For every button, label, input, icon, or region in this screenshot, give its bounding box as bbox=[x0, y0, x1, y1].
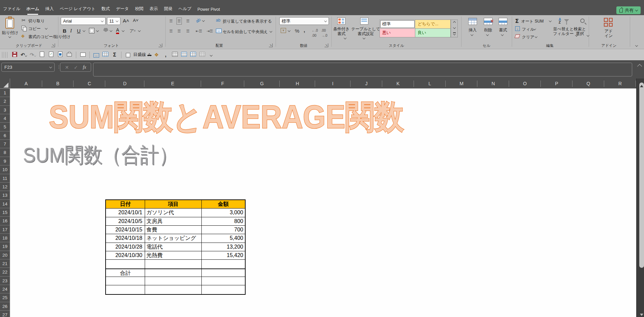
fill-button[interactable]: フィル bbox=[522, 27, 534, 32]
gallery-scroll[interactable] bbox=[451, 20, 458, 37]
delete-cells-button[interactable]: 削除 bbox=[482, 27, 495, 33]
borders-grid-icon[interactable] bbox=[101, 52, 110, 58]
table-date-cell[interactable]: 2024/10/18 bbox=[106, 234, 145, 243]
number-format-combobox[interactable]: 標準 bbox=[279, 17, 329, 25]
insert-cells-button[interactable]: 挿入 bbox=[466, 27, 479, 33]
table-empty-cell[interactable] bbox=[202, 285, 245, 294]
scroll-down-icon[interactable] bbox=[640, 314, 643, 316]
orientation-dropdown-icon[interactable] bbox=[202, 19, 205, 22]
row-header-21[interactable]: 21 bbox=[0, 259, 10, 268]
row-header-4[interactable]: 4 bbox=[0, 114, 10, 123]
decrease-font-icon[interactable]: A˅ bbox=[133, 18, 138, 23]
row-header-19[interactable]: 19 bbox=[0, 242, 10, 251]
table-empty-cell[interactable] bbox=[106, 285, 145, 294]
undo-icon[interactable]: ↶ bbox=[19, 52, 28, 58]
table-item-cell[interactable]: ネットショッピング bbox=[145, 234, 202, 243]
phonetic-icon[interactable]: ア≡ bbox=[130, 28, 136, 34]
fill-color-dropdown-icon[interactable] bbox=[110, 29, 112, 32]
column-header-E[interactable]: E bbox=[144, 78, 201, 89]
gallery-down-icon[interactable] bbox=[453, 26, 455, 29]
row-header-23[interactable]: 23 bbox=[0, 277, 10, 285]
row-header-7[interactable]: 7 bbox=[0, 140, 10, 148]
table-date-cell[interactable]: 2024/10/5 bbox=[106, 217, 145, 226]
wrap-text-icon[interactable]: ab bbox=[216, 18, 220, 23]
cell-style-1[interactable]: どちらで... bbox=[415, 20, 450, 28]
vertical-scrollbar[interactable] bbox=[636, 78, 644, 317]
row-header-10[interactable]: 10 bbox=[0, 165, 10, 174]
orientation-page-icon[interactable] bbox=[78, 52, 87, 58]
column-header-B[interactable]: B bbox=[42, 78, 74, 89]
row-header-14[interactable]: 14 bbox=[0, 200, 10, 208]
column-header-A[interactable]: A bbox=[10, 78, 42, 89]
table-header-2[interactable]: 金額 bbox=[202, 200, 245, 209]
add-ins-icon[interactable] bbox=[604, 18, 613, 27]
table-item-cell[interactable]: 電話代 bbox=[145, 243, 202, 251]
wrap-text-button[interactable]: 折り返して全体を表示する bbox=[223, 19, 272, 24]
row-header-11[interactable]: 11 bbox=[0, 174, 10, 183]
table-empty-cell[interactable] bbox=[145, 285, 202, 294]
bold-button[interactable]: B bbox=[63, 28, 66, 34]
format-as-table-icon[interactable] bbox=[360, 18, 368, 25]
print-check-icon[interactable] bbox=[47, 52, 56, 58]
delete-dropdown-icon[interactable] bbox=[486, 33, 489, 36]
format-painter-qat-icon[interactable]: ❖ bbox=[152, 52, 161, 58]
menu-tab-5[interactable]: データ bbox=[113, 6, 132, 15]
font-color-qat-icon[interactable]: A bbox=[147, 52, 152, 57]
font-name-combobox[interactable]: Arial bbox=[61, 17, 106, 25]
merge-dropdown-icon[interactable] bbox=[270, 30, 272, 32]
column-header-I[interactable]: I bbox=[315, 78, 351, 89]
row-header-22[interactable]: 22 bbox=[0, 268, 10, 276]
merge-center-button[interactable]: セルを結合して中央揃え bbox=[223, 29, 268, 35]
table-empty-cell[interactable] bbox=[202, 260, 245, 268]
format-cells-icon[interactable] bbox=[499, 18, 507, 25]
table-amount-cell[interactable]: 3,000 bbox=[202, 209, 245, 217]
collapse-ribbon-icon[interactable] bbox=[635, 44, 638, 46]
comma-style-button[interactable]: , bbox=[304, 27, 305, 33]
share-button[interactable]: 共有 bbox=[616, 6, 641, 14]
row-headers[interactable]: 1234567891011121314151617181920212223242… bbox=[0, 89, 10, 317]
row-header-1[interactable]: 1 bbox=[0, 89, 10, 97]
column-header-J[interactable]: J bbox=[351, 78, 382, 89]
column-header-N[interactable]: N bbox=[477, 78, 509, 89]
decrease-indent-icon[interactable]: ⇤☰ bbox=[196, 29, 202, 34]
insert-dropdown-icon[interactable] bbox=[471, 33, 473, 36]
row-header-3[interactable]: 3 bbox=[0, 106, 10, 114]
table-date-cell[interactable]: 2024/10/28 bbox=[106, 243, 145, 251]
table-properties-icon[interactable] bbox=[170, 52, 179, 58]
find-select-icon[interactable] bbox=[580, 19, 585, 23]
align-middle-icon[interactable]: ☰ bbox=[177, 19, 181, 24]
column-header-G[interactable]: G bbox=[244, 78, 280, 89]
qat-overflow-icon[interactable] bbox=[207, 52, 216, 58]
menu-tab-0[interactable]: ファイル bbox=[0, 6, 23, 15]
font-color-dropdown-icon[interactable] bbox=[122, 29, 124, 32]
menu-tab-8[interactable]: 開発 bbox=[161, 6, 175, 15]
formula-bar-collapse-icon[interactable] bbox=[637, 64, 642, 69]
gallery-up-icon[interactable] bbox=[453, 21, 455, 24]
align-bottom-icon[interactable]: ☰ bbox=[186, 19, 190, 24]
column-header-R[interactable]: R bbox=[604, 78, 636, 89]
number-dialog-launcher-icon[interactable]: ↘ bbox=[325, 43, 328, 47]
decrease-decimal-icon[interactable]: .00→.0 bbox=[321, 28, 327, 38]
paste-button[interactable]: 貼り付け bbox=[1, 30, 20, 36]
column-header-P[interactable]: P bbox=[541, 78, 572, 89]
row-header-8[interactable]: 8 bbox=[0, 148, 10, 157]
table-amount-cell[interactable]: 700 bbox=[202, 226, 245, 234]
comma-qat-icon[interactable]: , bbox=[161, 52, 170, 58]
redo-icon[interactable]: ↷ bbox=[28, 52, 37, 58]
column-header-O[interactable]: O bbox=[509, 78, 541, 89]
copy-button[interactable]: コピー bbox=[28, 26, 41, 32]
row-header-18[interactable]: 18 bbox=[0, 234, 10, 242]
page-setup-icon[interactable] bbox=[56, 52, 65, 58]
menu-tab-9[interactable]: ヘルプ bbox=[175, 6, 194, 15]
name-box-dropdown-icon[interactable] bbox=[49, 65, 52, 68]
column-header-K[interactable]: K bbox=[382, 78, 414, 89]
formula-input[interactable] bbox=[93, 63, 632, 76]
table-total-item[interactable] bbox=[145, 268, 202, 277]
column-header-Q[interactable]: Q bbox=[572, 78, 604, 89]
clear-dropdown-icon[interactable] bbox=[535, 35, 537, 38]
format-painter-button[interactable]: 書式のコピー/貼り付け bbox=[28, 34, 71, 40]
row-header-27[interactable]: 27 bbox=[0, 311, 10, 317]
table-header-0[interactable]: 日付 bbox=[106, 200, 145, 209]
row-header-26[interactable]: 26 bbox=[0, 302, 10, 311]
menu-tab-6[interactable]: 校閲 bbox=[132, 6, 146, 15]
